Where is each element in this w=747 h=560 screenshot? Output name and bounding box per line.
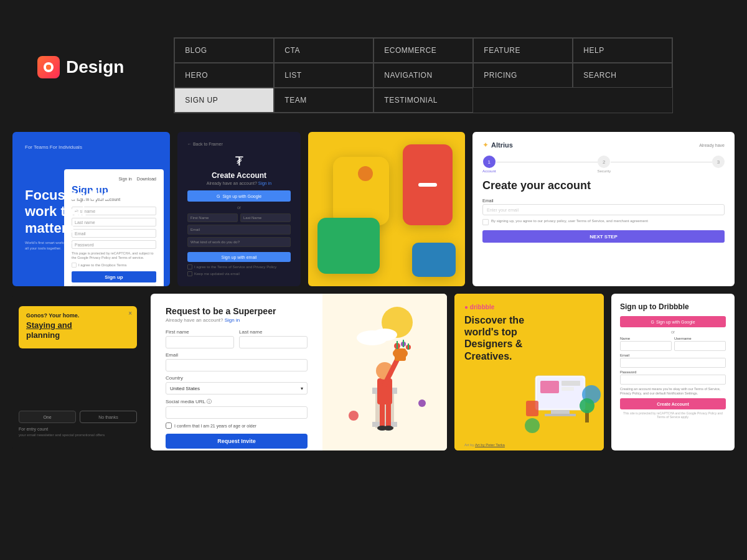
terms-row-altrius: By signing up, you agree to our privacy …	[482, 219, 725, 225]
captcha-text: This page is protected by reCAPTCHA, and…	[72, 251, 156, 260]
email-sp-input[interactable]	[166, 359, 308, 371]
google-icon-dribbble: G	[651, 320, 654, 324]
framer-logo-icon: ₮	[235, 154, 243, 169]
social-url-wrapper: Social media URL ⓘ	[166, 398, 308, 419]
create-account-title: Create Account	[212, 171, 266, 180]
request-invite-btn[interactable]: Request Invite	[166, 434, 308, 449]
google-btn-framer[interactable]: G Sign up with Google	[187, 190, 291, 202]
username-input-dribbble[interactable]	[674, 341, 726, 351]
signin-link-framer[interactable]: Sign in	[258, 181, 271, 185]
terms-checkbox-altrius[interactable]	[482, 219, 489, 225]
nav-item-search[interactable]: SEARCH	[573, 63, 672, 88]
close-btn-notify[interactable]: ×	[128, 310, 132, 317]
name-input-dribbble[interactable]	[620, 341, 672, 351]
updates-checkbox-framer[interactable]	[187, 271, 192, 276]
nav-item-testimonial[interactable]: TESTIMONIAL	[374, 88, 473, 113]
yes-label: One	[43, 415, 51, 419]
nav-item-team[interactable]: TEAM	[274, 88, 374, 113]
firstname-sp-input[interactable]	[166, 336, 234, 348]
card-dropbox: For Teams For Individuals Focus on the w…	[12, 132, 170, 286]
svg-rect-33	[526, 401, 538, 416]
illustration-svg	[335, 304, 435, 441]
age-checkbox[interactable]	[166, 422, 172, 429]
svg-rect-29	[540, 381, 559, 393]
shape-red	[403, 144, 453, 225]
nav-item-cta[interactable]: CTA	[274, 38, 374, 63]
lastname-framer[interactable]: Last Name	[240, 213, 291, 222]
superpeer-illustration	[322, 294, 447, 450]
email-input-altrius[interactable]: Enter your email	[482, 204, 725, 215]
google-icon-framer: G	[217, 194, 220, 198]
card-row-1: For Teams For Individuals Focus on the w…	[12, 132, 735, 286]
altrius-logo: Altrius	[491, 141, 513, 149]
notify-popup: × Gonos? Your home. Staying and planning	[19, 306, 137, 348]
art-credit: Art by Art by Peter Tarka	[464, 443, 505, 447]
dribbble-illustration-svg	[523, 363, 604, 438]
svg-rect-9	[386, 403, 391, 428]
btn-pair: One No thanks	[19, 411, 137, 423]
next-step-btn[interactable]: NEXT STEP	[482, 230, 725, 243]
shape-green	[317, 218, 380, 274]
password-input-dribbble[interactable]	[620, 375, 726, 385]
card-notify: × Gonos? Your home. Staying and planning…	[12, 294, 143, 450]
step3-dot: 3	[712, 156, 725, 168]
terms-row-framer: I agree to the Terms of Service and Priv…	[187, 264, 291, 269]
email-promo-text: your email newsletter and special promot…	[19, 433, 137, 438]
terms-checkbox-framer[interactable]	[187, 264, 192, 269]
email-input-dribbble[interactable]	[620, 358, 726, 368]
country-select[interactable]: United States ▾	[166, 382, 308, 394]
work-framer[interactable]: What kind of work do you do?	[187, 237, 291, 247]
lastname-sp-input[interactable]	[239, 336, 308, 348]
country-sp-wrapper: Country United States ▾	[166, 375, 308, 394]
dribbble-discover-title: Discover the world's top Designers & Cre…	[464, 314, 539, 362]
nav-item-blog[interactable]: BLOG	[174, 38, 274, 63]
google-signup-dribbble[interactable]: G Sign up with Google	[620, 316, 726, 327]
card-row-2: × Gonos? Your home. Staying and planning…	[12, 294, 735, 450]
logo-icon	[37, 56, 60, 78]
superpeer-form: Request to be a Superpeer Already have a…	[151, 294, 322, 450]
updates-row-framer: Keep me updated via email	[187, 271, 291, 276]
nav-item-navigation[interactable]: NAVIGATION	[374, 63, 473, 88]
name-username-row: Name Username	[620, 337, 726, 351]
create-account-btn-dribbble[interactable]: Create Account	[620, 398, 726, 409]
nav-item-hero[interactable]: HERO	[174, 63, 274, 88]
signin-superpeer[interactable]: Sign in	[225, 317, 240, 323]
step-line-2	[611, 162, 712, 162]
nav-item-pricing[interactable]: PRICING	[473, 63, 573, 88]
social-url-input[interactable]	[166, 406, 308, 419]
dribbble-signup-title: Sign up to Dribbble	[620, 302, 726, 311]
hero-sub: World's first smart workspace. We bring …	[25, 240, 93, 251]
recaptcha-text-dribbble: This site is protected by reCAPTCHA and …	[620, 411, 726, 419]
card-dribbble-discover: ● dribbble Discover the world's top Desi…	[454, 294, 604, 450]
email-framer[interactable]: Email	[187, 225, 291, 235]
entry-count: For entry count	[19, 427, 137, 431]
back-link[interactable]: ← Back to Framer	[187, 142, 223, 146]
email-signup-btn-framer[interactable]: Sign up with email	[187, 252, 291, 262]
firstname-framer[interactable]: First Name	[187, 213, 238, 222]
dribbble-inner: ● dribbble Discover the world's top Desi…	[454, 294, 604, 450]
nav-item-signup[interactable]: SIGN UP	[174, 88, 274, 113]
steps-bar: 1 Account 2 Security 3	[482, 156, 725, 173]
already-have-text: Already have	[699, 143, 725, 147]
password-wrapper-dribbble: Password	[620, 370, 726, 387]
terms-checkbox[interactable]	[72, 263, 77, 268]
step2-label: Security	[598, 169, 611, 173]
create-your-account-title: Create your account	[482, 179, 725, 192]
nothanks-btn[interactable]: No thanks	[80, 411, 137, 423]
notify-title: Gonos? Your home.	[26, 312, 129, 319]
name-row-framer: First Name Last Name	[187, 213, 291, 222]
nav-item-ecommerce[interactable]: ECOMMERCE	[374, 38, 473, 63]
nav-item-help[interactable]: HELP	[573, 38, 672, 63]
signup-button[interactable]: Sign up	[72, 271, 156, 282]
shape-blue	[412, 243, 456, 277]
card-shapes	[308, 132, 465, 286]
logo: Design	[37, 56, 124, 78]
google-signup-button[interactable]: G Sign up with Google	[72, 285, 156, 286]
card-dribbble-signup: Sign up to Dribbble G Sign up with Googl…	[611, 294, 735, 450]
nav-item-feature[interactable]: FEATURE	[473, 38, 573, 63]
nav-item-list[interactable]: LIST	[274, 63, 374, 88]
yes-btn[interactable]: One	[19, 411, 76, 423]
email-sp-wrapper: Email	[166, 352, 308, 371]
svg-rect-8	[380, 403, 385, 428]
email-wrapper-dribbble: Email	[620, 353, 726, 370]
